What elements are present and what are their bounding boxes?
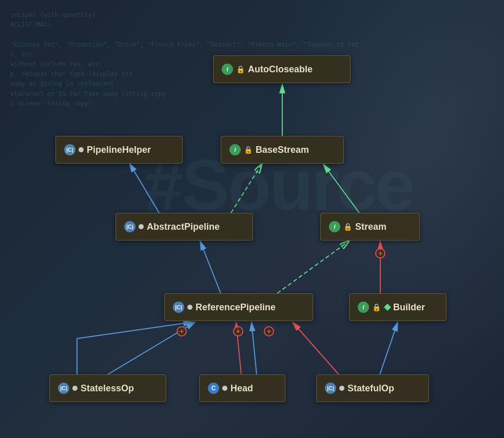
interface-icon-stream: I xyxy=(329,221,340,232)
node-label-pipelinehelper: PipelineHelper xyxy=(87,145,151,155)
lock-icon-stream: 🔒 xyxy=(343,223,352,231)
node-label-basestream: BaseStream xyxy=(256,145,309,155)
node-referencepipeline[interactable]: |C| ReferencePipeline xyxy=(164,293,313,321)
visibility-icon-abstractpipeline xyxy=(139,224,144,229)
node-builder[interactable]: I 🔒 Builder xyxy=(349,293,447,321)
node-stream[interactable]: I 🔒 Stream xyxy=(320,213,420,241)
lock-icon-basestream: 🔒 xyxy=(244,146,253,154)
visibility-icon-statefulop xyxy=(339,386,344,391)
class-icon-pipelinehelper: |C| xyxy=(64,144,75,155)
node-label-stream: Stream xyxy=(355,222,386,232)
class-icon-referencepipeline: |C| xyxy=(173,302,184,313)
lock-icon-builder: 🔒 xyxy=(372,303,381,311)
node-label-statefulop: StatefulOp xyxy=(347,383,394,394)
visibility-icon-pipelinehelper xyxy=(79,147,84,152)
diamond-icon-builder xyxy=(384,304,391,311)
visibility-icon-head xyxy=(222,386,227,391)
node-basestream[interactable]: I 🔒 BaseStream xyxy=(221,136,344,164)
interface-icon-basestream: I xyxy=(229,144,241,155)
node-head[interactable]: C Head xyxy=(199,374,285,402)
node-label-statelessop: StatelessOp xyxy=(81,383,134,394)
class-icon-head: C xyxy=(208,383,219,394)
node-label-autocloseable: AutoCloseable xyxy=(248,64,313,75)
node-label-head: Head xyxy=(230,383,253,394)
node-label-builder: Builder xyxy=(393,302,425,313)
node-statefulop[interactable]: |C| StatefulOp xyxy=(316,374,429,402)
node-statelessop[interactable]: |C| StatelessOp xyxy=(49,374,166,402)
class-icon-abstractpipeline: |C| xyxy=(124,221,135,232)
node-pipelinehelper[interactable]: |C| PipelineHelper xyxy=(55,136,183,164)
diagram-canvas: I 🔒 AutoCloseable I 🔒 BaseStream |C| Pip… xyxy=(0,0,504,438)
node-abstractpipeline[interactable]: |C| AbstractPipeline xyxy=(115,213,253,241)
visibility-icon-statelessop xyxy=(72,386,77,391)
class-icon-statelessop: |C| xyxy=(58,383,69,394)
interface-icon-autocloseable: I xyxy=(222,64,233,75)
lock-icon-autocloseable: 🔒 xyxy=(236,65,245,73)
node-autocloseable[interactable]: I 🔒 AutoCloseable xyxy=(213,55,351,83)
node-label-abstractpipeline: AbstractPipeline xyxy=(147,222,220,232)
node-label-referencepipeline: ReferencePipeline xyxy=(196,302,276,313)
visibility-icon-referencepipeline xyxy=(187,305,192,310)
interface-icon-builder: I xyxy=(358,302,369,313)
class-icon-statefulop: |C| xyxy=(325,383,336,394)
